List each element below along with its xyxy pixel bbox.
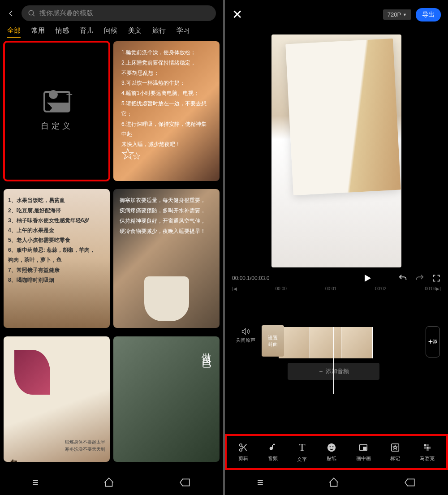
android-nav-bar: ≡: [225, 470, 448, 495]
tool-mosaic[interactable]: 马赛克: [420, 443, 435, 462]
editor-toolbar: 剪辑 音频 T 文字 贴纸 画中画 标记: [226, 435, 447, 469]
star-icon: ☆☆: [121, 139, 141, 169]
svg-rect-10: [426, 444, 429, 446]
svg-rect-7: [363, 447, 366, 450]
add-clip-button[interactable]: +添: [426, 326, 440, 357]
template-card[interactable]: 冬日养 锻炼身体不要起太早 寒冬洗澡不要天天到: [4, 336, 110, 462]
svg-point-1: [240, 443, 242, 446]
svg-rect-12: [426, 447, 429, 449]
export-button[interactable]: 导出: [416, 8, 441, 22]
add-image-icon: +: [43, 91, 70, 112]
ruler-prev-icon[interactable]: |◀: [232, 286, 237, 291]
playback-controls: 00:00.1/00:03.0: [225, 273, 448, 284]
smile-icon: [327, 443, 336, 452]
timeline[interactable]: 关闭原声 设置 封面 +添 ＋ 添加音频: [225, 294, 448, 434]
template-title: 做自已: [200, 345, 213, 353]
template-card[interactable]: 做自已: [113, 336, 220, 462]
search-input[interactable]: 搜你感兴趣的模版: [22, 5, 216, 21]
template-card[interactable]: 御寒加衣要适量，每天健身很重要，疾病疼痛要预防，多喝开水补需要，保持精神要良好，…: [113, 189, 220, 328]
template-text: 1、水果当饭吃，易贫血2、吃豆腐,最好配海带3、柚子味香水使女性感觉年轻6岁4、…: [8, 195, 105, 285]
template-text: 御寒加衣要适量，每天健身很重要，疾病疼痛要预防，多喝开水补需要，保持精神要良好，…: [120, 195, 213, 236]
back-button[interactable]: [7, 9, 16, 17]
tab-emotion[interactable]: 情感: [56, 26, 69, 38]
close-button[interactable]: ✕: [232, 7, 242, 22]
template-card[interactable]: 1.睡觉前洗个澡，使身体放松；2.上床睡觉前要保持情绪稳定， 不要胡思乱想；3.…: [113, 41, 220, 181]
editor-top-bar: ✕ 720P▼ 导出: [225, 0, 448, 29]
leaf-decoration: [14, 350, 50, 395]
ruler-next-icon[interactable]: ▶|: [436, 286, 441, 291]
tab-prose[interactable]: 美文: [128, 26, 142, 38]
search-placeholder: 搜你感兴趣的模版: [39, 9, 93, 17]
set-cover-button[interactable]: 设置 封面: [262, 325, 284, 357]
back-nav-button[interactable]: [404, 478, 416, 487]
tab-common[interactable]: 常用: [31, 26, 45, 38]
timeline-ruler: |◀ 00:00 00:01 00:02 00:03 ▶|: [225, 284, 448, 294]
custom-template-card[interactable]: + 自定义: [4, 41, 110, 181]
template-subtext: 锻炼身体不要起太早 寒冬洗澡不要天天到: [65, 439, 105, 453]
horse-decoration: [144, 276, 189, 321]
template-card[interactable]: 1、水果当饭吃，易贫血2、吃豆腐,最好配海带3、柚子味香水使女性感觉年轻6岁4、…: [4, 189, 110, 328]
tool-audio[interactable]: 音频: [268, 443, 278, 462]
tool-mark[interactable]: 标记: [390, 443, 400, 462]
template-picker-screen: 搜你感兴趣的模版 全部 常用 情感 育儿 问候 美文 旅行 学习 + 自定义 1…: [0, 0, 223, 495]
tab-parenting[interactable]: 育儿: [80, 26, 93, 38]
text-icon: T: [299, 441, 306, 453]
top-bar: 搜你感兴趣的模版: [0, 0, 223, 26]
mosaic-icon: [422, 443, 432, 452]
svg-rect-14: [426, 449, 429, 451]
svg-point-4: [330, 446, 331, 447]
recent-apps-button[interactable]: ≡: [32, 476, 39, 489]
svg-point-5: [332, 446, 333, 447]
back-nav-button[interactable]: [179, 478, 191, 487]
video-preview[interactable]: [225, 29, 448, 273]
undo-button[interactable]: [398, 273, 408, 283]
search-icon: [28, 9, 36, 17]
tab-all[interactable]: 全部: [7, 26, 21, 38]
recent-apps-button[interactable]: ≡: [257, 476, 263, 489]
redo-button[interactable]: [415, 273, 425, 283]
tool-cut[interactable]: 剪辑: [238, 443, 248, 462]
category-tabs: 全部 常用 情感 育儿 问候 美文 旅行 学习: [0, 26, 223, 38]
tab-study[interactable]: 学习: [177, 26, 190, 38]
video-clips[interactable]: [279, 327, 373, 358]
mute-original-button[interactable]: 关闭原声: [236, 327, 255, 344]
template-grid: + 自定义 1.睡觉前洗个澡，使身体放松；2.上床睡觉前要保持情绪稳定， 不要胡…: [0, 38, 223, 470]
scissors-icon: [238, 443, 248, 452]
svg-point-0: [29, 10, 34, 15]
android-nav-bar: ≡: [0, 470, 223, 495]
fullscreen-button[interactable]: [432, 274, 441, 283]
template-title: 冬日养: [8, 452, 20, 457]
play-button[interactable]: [362, 273, 373, 284]
tab-travel[interactable]: 旅行: [152, 26, 166, 38]
pip-icon: [358, 443, 368, 452]
music-icon: [268, 443, 278, 452]
resolution-dropdown[interactable]: 720P▼: [383, 9, 411, 20]
tool-sticker[interactable]: 贴纸: [327, 443, 336, 462]
home-button[interactable]: [328, 477, 340, 488]
tool-pip[interactable]: 画中画: [356, 443, 371, 462]
template-text: 1.睡觉前洗个澡，使身体放松；2.上床睡觉前要保持情绪稳定， 不要胡思乱想；3.…: [121, 47, 211, 150]
playhead[interactable]: [333, 327, 334, 394]
time-display: 00:00.1/00:03.0: [232, 275, 355, 281]
svg-point-2: [240, 448, 242, 451]
svg-rect-9: [424, 444, 426, 446]
tool-text[interactable]: T 文字: [297, 441, 307, 463]
tab-greeting[interactable]: 问候: [104, 26, 117, 38]
svg-rect-13: [429, 447, 431, 449]
custom-label: 自定义: [41, 121, 73, 131]
star-box-icon: [390, 443, 400, 452]
svg-rect-11: [424, 447, 426, 449]
video-editor-screen: ✕ 720P▼ 导出 00:00.1/00:03.0 |◀ 00:00 00:0…: [225, 0, 448, 495]
svg-point-3: [327, 443, 336, 451]
home-button[interactable]: [103, 477, 115, 488]
